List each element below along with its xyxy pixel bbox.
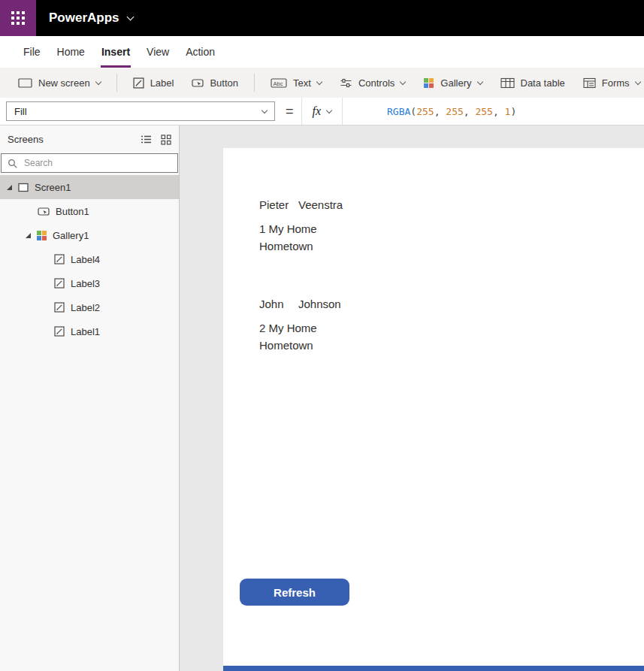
fx-button[interactable]: fx: [301, 98, 343, 125]
chevron-down-icon: [262, 107, 268, 113]
app-launcher-button[interactable]: [0, 0, 36, 36]
top-bar: PowerApps: [0, 0, 644, 36]
gallery-name-row: John Johnson: [259, 297, 341, 312]
expand-triangle-icon[interactable]: [7, 185, 12, 190]
gallery-name-row: Pieter Veenstra: [259, 198, 343, 213]
home-label: 1 My Home: [259, 220, 343, 237]
tree-item-label: Screen1: [35, 182, 71, 193]
insert-gallery-button[interactable]: Gallery: [423, 77, 482, 89]
menu-item-insert[interactable]: Insert: [101, 36, 131, 68]
ribbon-divider: [116, 74, 117, 92]
tree-item-gallery1[interactable]: Gallery1: [0, 223, 179, 247]
controls-label: Controls: [358, 77, 395, 89]
chevron-down-icon: [126, 14, 134, 21]
data-table-icon: [500, 77, 515, 89]
tree-item-label: Label2: [71, 302, 100, 313]
label-label: Label: [150, 77, 174, 89]
first-name-label: John: [259, 297, 298, 312]
tree-item-button1[interactable]: Button1: [0, 199, 179, 223]
label-icon: [54, 254, 65, 264]
label-icon: [54, 326, 65, 337]
insert-label-button[interactable]: Label: [133, 77, 174, 89]
menu-item-view[interactable]: View: [146, 36, 170, 68]
formula-input[interactable]: RGBA(255, 255, 255, 1): [352, 95, 516, 128]
text-label: Text: [293, 77, 311, 89]
refresh-button[interactable]: Refresh: [240, 579, 349, 606]
label-icon: [54, 302, 65, 313]
formula-token: ,: [493, 106, 505, 117]
chevron-down-icon: [634, 78, 640, 84]
screen-canvas[interactable]: Pieter Veenstra 1 My Home Hometown John …: [223, 148, 644, 671]
chevron-down-icon: [400, 78, 406, 84]
search-box: [1, 153, 178, 173]
insert-data-table-button[interactable]: Data table: [500, 77, 565, 89]
tree-item-label: Gallery1: [53, 230, 89, 241]
forms-label: Forms: [602, 77, 630, 89]
chevron-down-icon: [476, 78, 482, 84]
data-table-label: Data table: [521, 77, 565, 89]
abc-text-icon: Abc: [271, 77, 287, 89]
formula-token: 255: [446, 106, 463, 117]
new-screen-icon: [18, 77, 32, 89]
list-view-icon[interactable]: [141, 135, 152, 144]
label-icon: [54, 278, 65, 289]
waffle-icon: [11, 11, 14, 14]
home-label: 2 My Home: [259, 319, 341, 337]
insert-controls-button[interactable]: Controls: [340, 77, 405, 89]
screens-panel-header: Screens: [0, 125, 179, 153]
chevron-down-icon: [326, 107, 332, 113]
tree-item-label: Label1: [71, 326, 100, 337]
formula-token: ,: [434, 106, 446, 117]
tree-item-label: Label3: [71, 278, 100, 289]
tree-item-screen1[interactable]: Screen1: [0, 175, 179, 199]
expand-triangle-icon[interactable]: [26, 233, 31, 238]
menu-item-home[interactable]: Home: [56, 36, 86, 68]
tree-item-label: Button1: [56, 206, 89, 217]
tree-item-label3[interactable]: Label3: [0, 271, 179, 295]
tree-item-label4[interactable]: Label4: [0, 247, 179, 271]
insert-button-button[interactable]: Button: [192, 77, 238, 89]
new-screen-button[interactable]: New screen: [18, 77, 101, 89]
tree-item-label1[interactable]: Label1: [0, 319, 179, 343]
menu-item-action[interactable]: Action: [185, 36, 216, 68]
gallery-item[interactable]: Pieter Veenstra 1 My Home Hometown: [259, 198, 343, 255]
controls-icon: [340, 77, 352, 89]
svg-text:Abc: Abc: [274, 80, 283, 86]
grid-view-icon[interactable]: [161, 135, 171, 145]
button-icon: [192, 77, 204, 89]
chevron-down-icon: [95, 78, 101, 84]
hometown-label: Hometown: [259, 337, 341, 354]
powerapps-studio: PowerApps File Home Insert View Action N…: [0, 0, 644, 671]
label-icon: [133, 77, 144, 89]
chevron-down-icon: [316, 78, 322, 84]
menu-bar: File Home Insert View Action: [0, 36, 644, 68]
menu-item-file[interactable]: File: [23, 36, 41, 68]
button-label: Button: [210, 77, 238, 89]
app-title: PowerApps: [49, 11, 119, 26]
last-name-label: Veenstra: [298, 198, 343, 213]
insert-forms-button[interactable]: Forms: [583, 77, 640, 89]
tree-item-label2[interactable]: Label2: [0, 295, 179, 319]
app-menu[interactable]: PowerApps: [49, 11, 133, 26]
first-name-label: Pieter: [259, 198, 298, 213]
equals-sign: =: [286, 104, 294, 119]
formula-token: ): [510, 106, 516, 117]
panel-title: Screens: [8, 134, 44, 145]
screen-icon: [18, 183, 29, 192]
screens-panel: Screens Screen1 Button1: [0, 125, 180, 671]
fx-label: fx: [313, 104, 322, 118]
property-selector[interactable]: Fill: [6, 101, 275, 121]
search-input[interactable]: [23, 157, 171, 169]
property-name: Fill: [14, 106, 27, 117]
button-icon: [38, 206, 50, 217]
formula-token: 255: [475, 106, 492, 117]
next-screen-edge: [223, 666, 644, 671]
hometown-label: Hometown: [259, 237, 343, 255]
insert-text-button[interactable]: Abc Text: [271, 77, 322, 89]
formula-bar: Fill = fx RGBA(255, 255, 255, 1): [0, 98, 644, 125]
search-icon: [8, 159, 17, 168]
new-screen-label: New screen: [38, 77, 90, 89]
formula-token: ,: [464, 106, 476, 117]
gallery-item[interactable]: John Johnson 2 My Home Hometown: [259, 297, 341, 354]
formula-token: (: [410, 106, 416, 117]
